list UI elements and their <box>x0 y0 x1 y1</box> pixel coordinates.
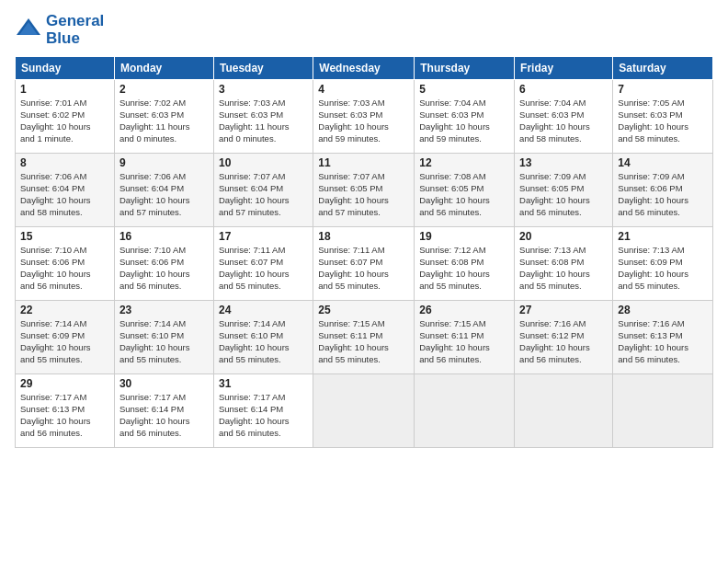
day-number: 10 <box>219 156 308 169</box>
calendar-day-cell: 16Sunrise: 7:10 AMSunset: 6:06 PMDayligh… <box>114 227 213 301</box>
day-info: Sunrise: 7:11 AMSunset: 6:07 PMDaylight:… <box>219 245 308 292</box>
day-info: Sunrise: 7:12 AMSunset: 6:08 PMDaylight:… <box>419 245 509 292</box>
day-info: Sunrise: 7:15 AMSunset: 6:11 PMDaylight:… <box>419 318 509 365</box>
day-info: Sunrise: 7:17 AMSunset: 6:14 PMDaylight:… <box>219 392 308 439</box>
calendar-table: SundayMondayTuesdayWednesdayThursdayFrid… <box>15 56 713 448</box>
calendar-day-cell <box>515 374 613 448</box>
day-info: Sunrise: 7:13 AMSunset: 6:09 PMDaylight:… <box>618 245 708 292</box>
weekday-header-cell: Wednesday <box>313 57 415 80</box>
calendar-body: 1Sunrise: 7:01 AMSunset: 6:02 PMDaylight… <box>16 80 713 448</box>
day-info: Sunrise: 7:07 AMSunset: 6:05 PMDaylight:… <box>318 171 409 218</box>
day-info: Sunrise: 7:14 AMSunset: 6:09 PMDaylight:… <box>20 318 109 365</box>
calendar-week-row: 15Sunrise: 7:10 AMSunset: 6:06 PMDayligh… <box>16 227 713 301</box>
logo-icon <box>15 17 42 44</box>
calendar-week-row: 29Sunrise: 7:17 AMSunset: 6:13 PMDayligh… <box>16 374 713 448</box>
day-info: Sunrise: 7:10 AMSunset: 6:06 PMDaylight:… <box>20 245 109 292</box>
day-info: Sunrise: 7:06 AMSunset: 6:04 PMDaylight:… <box>20 171 109 218</box>
day-number: 2 <box>119 83 209 96</box>
day-number: 9 <box>119 156 209 169</box>
day-info: Sunrise: 7:11 AMSunset: 6:07 PMDaylight:… <box>318 245 409 292</box>
day-number: 26 <box>419 304 509 316</box>
logo-text: General Blue <box>46 13 104 47</box>
logo: General Blue <box>15 13 104 47</box>
weekday-header-cell: Friday <box>515 57 613 80</box>
calendar-day-cell: 24Sunrise: 7:14 AMSunset: 6:10 PMDayligh… <box>213 301 313 374</box>
day-number: 8 <box>20 156 109 169</box>
calendar-day-cell: 29Sunrise: 7:17 AMSunset: 6:13 PMDayligh… <box>16 374 115 448</box>
day-number: 16 <box>119 230 209 243</box>
calendar-day-cell: 13Sunrise: 7:09 AMSunset: 6:05 PMDayligh… <box>515 154 613 227</box>
day-info: Sunrise: 7:03 AMSunset: 6:03 PMDaylight:… <box>219 98 308 144</box>
day-number: 4 <box>318 83 409 96</box>
weekday-header-cell: Thursday <box>415 57 515 80</box>
day-number: 30 <box>119 377 209 390</box>
calendar-day-cell: 23Sunrise: 7:14 AMSunset: 6:10 PMDayligh… <box>114 301 213 374</box>
weekday-header-cell: Monday <box>114 57 213 80</box>
day-number: 31 <box>219 377 308 390</box>
day-number: 14 <box>618 156 708 169</box>
calendar-day-cell: 19Sunrise: 7:12 AMSunset: 6:08 PMDayligh… <box>415 227 515 301</box>
calendar-week-row: 1Sunrise: 7:01 AMSunset: 6:02 PMDaylight… <box>16 80 713 154</box>
calendar-day-cell <box>415 374 515 448</box>
calendar-week-row: 22Sunrise: 7:14 AMSunset: 6:09 PMDayligh… <box>16 301 713 374</box>
calendar-day-cell: 27Sunrise: 7:16 AMSunset: 6:12 PMDayligh… <box>515 301 613 374</box>
day-number: 18 <box>318 230 409 243</box>
calendar-day-cell: 5Sunrise: 7:04 AMSunset: 6:03 PMDaylight… <box>415 80 515 154</box>
day-info: Sunrise: 7:01 AMSunset: 6:02 PMDaylight:… <box>20 98 109 144</box>
day-info: Sunrise: 7:09 AMSunset: 6:06 PMDaylight:… <box>618 171 708 218</box>
day-number: 11 <box>318 156 409 169</box>
calendar-day-cell: 20Sunrise: 7:13 AMSunset: 6:08 PMDayligh… <box>515 227 613 301</box>
calendar-day-cell: 17Sunrise: 7:11 AMSunset: 6:07 PMDayligh… <box>213 227 313 301</box>
day-number: 6 <box>519 83 608 96</box>
day-number: 27 <box>519 304 608 316</box>
weekday-header-cell: Saturday <box>613 57 713 80</box>
day-number: 23 <box>119 304 209 316</box>
day-number: 24 <box>219 304 308 316</box>
day-info: Sunrise: 7:09 AMSunset: 6:05 PMDaylight:… <box>519 171 608 218</box>
day-info: Sunrise: 7:03 AMSunset: 6:03 PMDaylight:… <box>318 98 409 144</box>
calendar-day-cell: 8Sunrise: 7:06 AMSunset: 6:04 PMDaylight… <box>16 154 115 227</box>
weekday-header-cell: Tuesday <box>213 57 313 80</box>
day-info: Sunrise: 7:10 AMSunset: 6:06 PMDaylight:… <box>119 245 209 292</box>
calendar-day-cell: 1Sunrise: 7:01 AMSunset: 6:02 PMDaylight… <box>16 80 115 154</box>
day-number: 19 <box>419 230 509 243</box>
day-info: Sunrise: 7:02 AMSunset: 6:03 PMDaylight:… <box>119 98 209 144</box>
day-info: Sunrise: 7:16 AMSunset: 6:12 PMDaylight:… <box>519 318 608 365</box>
day-number: 15 <box>20 230 109 243</box>
day-info: Sunrise: 7:08 AMSunset: 6:05 PMDaylight:… <box>419 171 509 218</box>
calendar-day-cell: 15Sunrise: 7:10 AMSunset: 6:06 PMDayligh… <box>16 227 115 301</box>
day-number: 22 <box>20 304 109 316</box>
calendar-day-cell: 11Sunrise: 7:07 AMSunset: 6:05 PMDayligh… <box>313 154 415 227</box>
day-info: Sunrise: 7:14 AMSunset: 6:10 PMDaylight:… <box>219 318 308 365</box>
calendar-day-cell: 21Sunrise: 7:13 AMSunset: 6:09 PMDayligh… <box>613 227 713 301</box>
day-info: Sunrise: 7:17 AMSunset: 6:13 PMDaylight:… <box>20 392 109 439</box>
calendar-day-cell: 26Sunrise: 7:15 AMSunset: 6:11 PMDayligh… <box>415 301 515 374</box>
day-number: 7 <box>618 83 708 96</box>
calendar-day-cell: 2Sunrise: 7:02 AMSunset: 6:03 PMDaylight… <box>114 80 213 154</box>
calendar-day-cell <box>313 374 415 448</box>
day-info: Sunrise: 7:04 AMSunset: 6:03 PMDaylight:… <box>519 98 608 144</box>
day-number: 13 <box>519 156 608 169</box>
day-info: Sunrise: 7:16 AMSunset: 6:13 PMDaylight:… <box>618 318 708 365</box>
page: General Blue SundayMondayTuesdayWednesda… <box>0 0 728 563</box>
calendar-day-cell: 9Sunrise: 7:06 AMSunset: 6:04 PMDaylight… <box>114 154 213 227</box>
calendar-day-cell <box>613 374 713 448</box>
header: General Blue <box>15 13 713 47</box>
day-number: 5 <box>419 83 509 96</box>
day-info: Sunrise: 7:07 AMSunset: 6:04 PMDaylight:… <box>219 171 308 218</box>
day-info: Sunrise: 7:17 AMSunset: 6:14 PMDaylight:… <box>119 392 209 439</box>
day-number: 21 <box>618 230 708 243</box>
day-info: Sunrise: 7:05 AMSunset: 6:03 PMDaylight:… <box>618 98 708 144</box>
calendar-day-cell: 22Sunrise: 7:14 AMSunset: 6:09 PMDayligh… <box>16 301 115 374</box>
day-number: 12 <box>419 156 509 169</box>
day-number: 25 <box>318 304 409 316</box>
day-number: 1 <box>20 83 109 96</box>
calendar-day-cell: 4Sunrise: 7:03 AMSunset: 6:03 PMDaylight… <box>313 80 415 154</box>
calendar-day-cell: 28Sunrise: 7:16 AMSunset: 6:13 PMDayligh… <box>613 301 713 374</box>
calendar-day-cell: 31Sunrise: 7:17 AMSunset: 6:14 PMDayligh… <box>213 374 313 448</box>
calendar-day-cell: 7Sunrise: 7:05 AMSunset: 6:03 PMDaylight… <box>613 80 713 154</box>
weekday-header-row: SundayMondayTuesdayWednesdayThursdayFrid… <box>16 57 713 80</box>
day-info: Sunrise: 7:13 AMSunset: 6:08 PMDaylight:… <box>519 245 608 292</box>
day-number: 28 <box>618 304 708 316</box>
calendar-day-cell: 18Sunrise: 7:11 AMSunset: 6:07 PMDayligh… <box>313 227 415 301</box>
